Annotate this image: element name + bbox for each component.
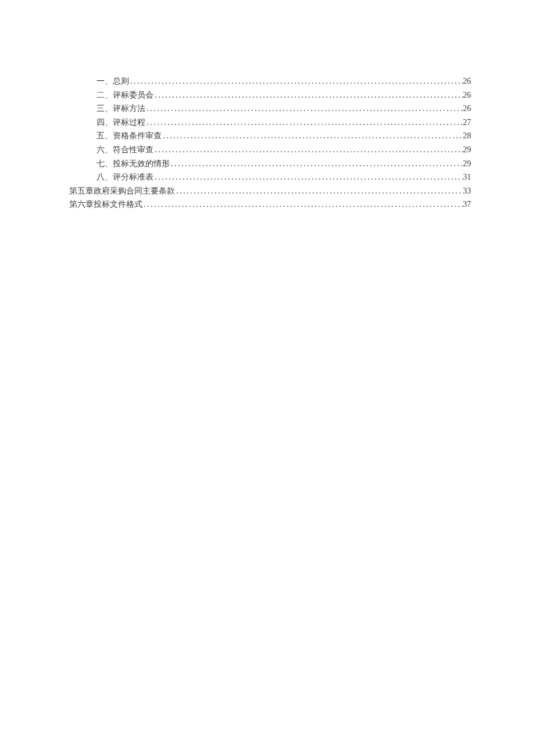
toc-entry-page: 33 [463, 184, 471, 198]
toc-entry: 三、评标方法 .................................… [69, 102, 471, 116]
toc-entry-page: 31 [463, 170, 471, 184]
toc-entry-page: 26 [463, 88, 471, 102]
toc-entry-label: 第六章投标文件格式 [69, 198, 142, 212]
toc-entry: 八、评分标准表 ................................… [69, 170, 471, 184]
toc-entry-label: 二、评标委员会 [97, 88, 154, 102]
toc-entry-label: 三、评标方法 [97, 102, 145, 116]
toc-entry-label: 八、评分标准表 [97, 170, 154, 184]
toc-entry-label: 五、资格条件审查 [97, 129, 162, 143]
toc-entry-label: 第五章政府采购合同主要条款 [69, 184, 175, 198]
toc-entry-label: 七、投标无效的情形 [97, 157, 170, 171]
toc-entry: 二、评标委员会 ................................… [69, 88, 471, 102]
toc-dot-leader: ........................................… [154, 143, 463, 157]
toc-entry: 五、资格条件审查 ...............................… [69, 129, 471, 143]
toc-entry-page: 29 [463, 157, 471, 171]
toc-dot-leader: ........................................… [145, 102, 463, 116]
toc-dot-leader: ........................................… [170, 157, 463, 171]
toc-dot-leader: ........................................… [162, 129, 463, 143]
toc-dot-leader: ........................................… [129, 74, 463, 88]
toc-entry-label: 一、总则 [97, 74, 129, 88]
toc-entry: 七、投标无效的情形 ..............................… [69, 157, 471, 171]
toc-dot-leader: ........................................… [154, 170, 463, 184]
toc-dot-leader: ........................................… [154, 88, 463, 102]
toc-dot-leader: ........................................… [175, 184, 463, 198]
toc-entry: 六、符合性审查 ................................… [69, 143, 471, 157]
toc-entry: 一、总则 ...................................… [69, 74, 471, 88]
toc-entry: 第六章投标文件格式 ..............................… [69, 198, 471, 212]
table-of-contents: 一、总则 ...................................… [69, 74, 471, 212]
toc-entry-label: 四、评标过程 [97, 116, 145, 130]
toc-entry: 第五章政府采购合同主要条款 ..........................… [69, 184, 471, 198]
toc-entry-page: 26 [463, 74, 471, 88]
toc-entry-page: 27 [463, 116, 471, 130]
toc-entry-page: 37 [463, 198, 471, 212]
toc-dot-leader: ........................................… [142, 198, 463, 212]
toc-dot-leader: ........................................… [145, 116, 463, 130]
toc-entry: 四、评标过程 .................................… [69, 116, 471, 130]
toc-entry-label: 六、符合性审查 [97, 143, 154, 157]
toc-entry-page: 29 [463, 143, 471, 157]
toc-entry-page: 26 [463, 102, 471, 116]
toc-entry-page: 28 [463, 129, 471, 143]
